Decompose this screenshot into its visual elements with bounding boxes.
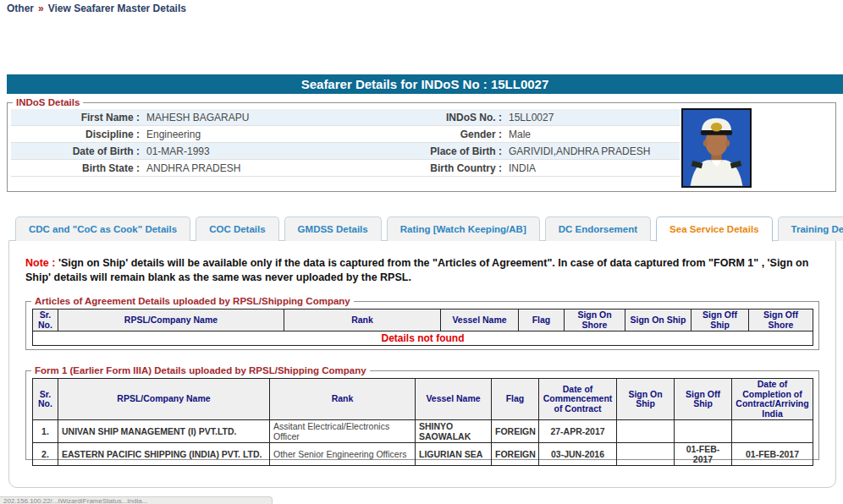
row2-rank: Other Senior Engineering Officers — [270, 443, 416, 466]
articles-col-flag: Flag — [519, 310, 565, 331]
breadcrumb-separator: » — [38, 3, 44, 14]
note-prefix: Note : — [25, 257, 55, 269]
form1-col-rank: Rank — [270, 379, 416, 420]
articles-col-sign-off-ship: Sign Off Ship — [691, 310, 749, 331]
form1-col-vessel: Vessel Name — [416, 379, 492, 420]
tab-training-details[interactable]: Training Details — [778, 216, 843, 241]
dob-value: 01-MAR-1993 — [140, 143, 394, 159]
form1-col-commencement: Date of Commencement of Contract — [539, 379, 617, 420]
first-name-value: MAHESH BAGARAPU — [140, 109, 394, 125]
seafarer-photo-image — [683, 110, 750, 186]
tab-dc-endorsement[interactable]: DC Endorsement — [545, 216, 651, 241]
details-not-found-message: Details not found — [33, 331, 813, 346]
form1-header-row: Sr. No. RPSL/Company Name Rank Vessel Na… — [33, 379, 813, 420]
discipline-value: Engineering — [140, 126, 394, 142]
row1-company: UNIVAN SHIP MANAGEMENT (I) PVT.LTD. — [58, 420, 270, 443]
form1-col-sign-on-ship: Sign On Ship — [617, 379, 675, 420]
articles-header-row: Sr. No. RPSL/Company Name Rank Vessel Na… — [33, 310, 813, 331]
articles-col-vessel: Vessel Name — [441, 310, 519, 331]
form1-col-completion: Date of Completion of Contract/Arriving … — [732, 379, 813, 420]
discipline-label: Discipline : — [11, 126, 140, 142]
breadcrumb-current-link[interactable]: View Seafarer Master Details — [48, 3, 186, 14]
row1-completion — [732, 420, 813, 443]
row1-sr-no: 1. — [33, 420, 58, 443]
form1-table: Sr. No. RPSL/Company Name Rank Vessel Na… — [32, 378, 813, 466]
row2-sign-on-ship — [617, 443, 675, 466]
table-row: 1. UNIVAN SHIP MANAGEMENT (I) PVT.LTD. A… — [33, 420, 813, 443]
indos-row-name: First Name : MAHESH BAGARAPU INDoS No. :… — [11, 109, 680, 126]
articles-table: Sr. No. RPSL/Company Name Rank Vessel Na… — [32, 309, 813, 346]
browser-status-bar: 202.156.100.22/...IWizardIFrameStatus...… — [0, 496, 273, 504]
tab-coc-details[interactable]: COC Details — [196, 216, 278, 241]
articles-col-sr-no: Sr. No. — [33, 310, 58, 331]
table-row: 2. EASTERN PACIFIC SHIPPING (INDIA) PVT.… — [33, 443, 813, 466]
row1-rank: Assitant Electrical/Electronics Officer — [270, 420, 416, 443]
indos-row-birth: Date of Birth : 01-MAR-1993 Place of Bir… — [11, 143, 680, 160]
gender-label: Gender : — [394, 126, 502, 142]
row1-sign-on-ship — [617, 420, 675, 443]
page-title: Seafarer Details for INDoS No : 15LL0027 — [7, 74, 843, 94]
articles-empty-row: Details not found — [33, 331, 813, 346]
indos-details-legend: INDoS Details — [13, 97, 83, 107]
place-of-birth-label: Place of Birth : — [394, 143, 502, 159]
row1-commencement: 27-APR-2017 — [539, 420, 617, 443]
indos-no-value: 15LL0027 — [502, 109, 680, 125]
tab-cdc-coc-cook-details[interactable]: CDC and "CoC as Cook" Details — [15, 216, 190, 241]
dob-label: Date of Birth : — [11, 143, 140, 159]
first-name-label: First Name : — [11, 109, 140, 125]
form1-col-sr-no: Sr. No. — [33, 379, 58, 420]
form1-col-sign-off-ship: Sign Off Ship — [675, 379, 732, 420]
tab-gmdss-details[interactable]: GMDSS Details — [284, 216, 382, 241]
row2-completion: 01-FEB-2017 — [732, 443, 813, 466]
form1-col-company: RPSL/Company Name — [58, 379, 270, 420]
breadcrumb-other-link[interactable]: Other — [7, 3, 34, 14]
birth-state-value: ANDHRA PRADESH — [140, 160, 394, 176]
tab-sea-service-details[interactable]: Sea Service Details — [656, 216, 773, 242]
row2-commencement: 03-JUN-2016 — [539, 443, 617, 466]
note-text: Note : 'Sign on Ship' details will be av… — [25, 256, 828, 285]
birth-country-value: INDIA — [502, 160, 680, 176]
row1-sign-off-ship — [675, 420, 732, 443]
note-body: 'Sign on Ship' details will be available… — [25, 257, 808, 283]
row1-flag: FOREIGN — [492, 420, 539, 443]
row2-company: EASTERN PACIFIC SHIPPING (INDIA) PVT. LT… — [58, 443, 270, 466]
form1-col-flag: Flag — [492, 379, 539, 420]
articles-legend: Articles of Agreement Details uploaded b… — [31, 296, 354, 306]
indos-no-label: INDoS No. : — [394, 109, 502, 125]
form1-fieldset: Form 1 (Earlier Form IIIA) Details uploa… — [25, 365, 819, 460]
row2-vessel: LIGURIAN SEA — [416, 443, 492, 466]
birth-state-label: Birth State : — [11, 160, 140, 176]
articles-col-sign-on-ship: Sign On Ship — [625, 310, 691, 331]
breadcrumb: Other»View Seafarer Master Details — [7, 3, 186, 14]
form1-legend: Form 1 (Earlier Form IIIA) Details uploa… — [31, 365, 370, 375]
tab-rating-watch-keeping[interactable]: Rating [Watch Keeping/AB] — [387, 216, 540, 241]
place-of-birth-value: GARIVIDI,ANDHRA PRADESH — [502, 143, 680, 159]
articles-col-company: RPSL/Company Name — [58, 310, 284, 331]
indos-row-state: Birth State : ANDHRA PRADESH Birth Count… — [11, 160, 680, 177]
articles-col-sign-on-shore: Sign On Shore — [565, 310, 625, 331]
tab-bar: CDC and "CoC as Cook" Details COC Detail… — [15, 216, 843, 241]
row2-sign-off-ship: 01-FEB-2017 — [675, 443, 732, 466]
birth-country-label: Birth Country : — [394, 160, 502, 176]
row2-flag: FOREIGN — [492, 443, 539, 466]
gender-value: Male — [502, 126, 680, 142]
articles-col-sign-off-shore: Sign Off Shore — [749, 310, 813, 331]
articles-of-agreement-fieldset: Articles of Agreement Details uploaded b… — [25, 296, 819, 350]
seafarer-photo — [681, 108, 752, 188]
row2-sr-no: 2. — [33, 443, 58, 466]
row1-vessel: SHINYO SAOWALAK — [416, 420, 492, 443]
articles-col-rank: Rank — [284, 310, 441, 331]
indos-row-discipline: Discipline : Engineering Gender : Male — [11, 126, 680, 143]
